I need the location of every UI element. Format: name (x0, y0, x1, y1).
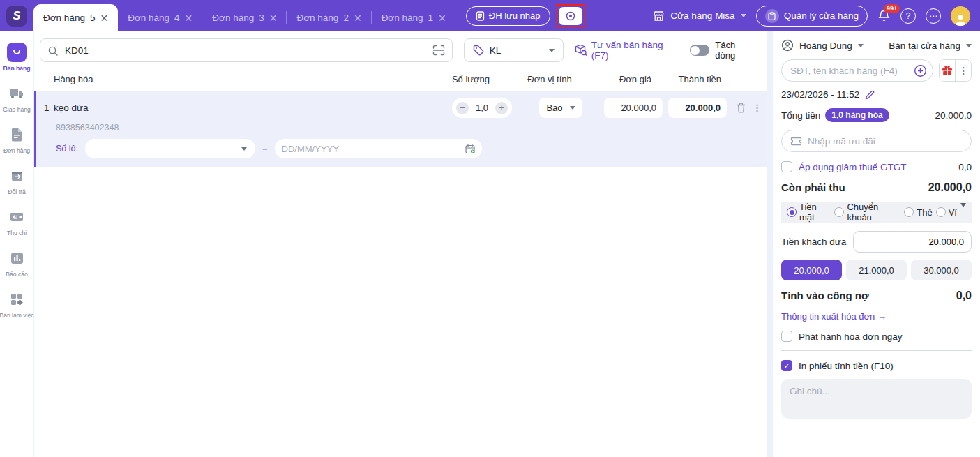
sidebar-item-thu-chi[interactable]: $ Thu chi (0, 203, 33, 241)
table-row[interactable]: 1 kẹo dừa − 1,0 + Bao 20.000,0 20.0 (34, 91, 767, 167)
close-icon[interactable]: ✕ (438, 13, 446, 24)
sidebar-item-ban-lam-viec[interactable]: Bàn làm việc (0, 285, 33, 324)
tab-don-hang-4[interactable]: Đơn hàng 4 ✕ (118, 4, 202, 31)
tab-number: 1 (428, 13, 434, 23)
employee-name: Hoàng Dung (799, 40, 852, 51)
order-tabs: Đơn hàng 5 ✕ Đơn hàng 4 ✕ Đơn hàng 3 ✕ Đ… (33, 0, 456, 31)
product-search-input[interactable] (65, 45, 427, 56)
sidebar-item-ban-hang[interactable]: Bán hàng (0, 38, 33, 77)
unit-price-field[interactable]: 20.000,0 (604, 98, 663, 118)
tab-don-hang-5[interactable]: Đơn hàng 5 ✕ (33, 4, 118, 31)
product-search-box[interactable] (40, 38, 453, 62)
sidebar-item-label: Bán hàng (3, 65, 30, 72)
calendar-icon[interactable] (465, 144, 475, 154)
sidebar-item-bao-cao[interactable]: Báo cáo (0, 244, 33, 283)
quick-amounts: 20.000,0 21.000,0 30.000,0 (781, 260, 972, 280)
radio-icon (834, 207, 844, 217)
app-logo[interactable]: S (0, 6, 33, 27)
col-don-gia: Đơn giá (587, 74, 651, 84)
tab-number: 5 (90, 13, 96, 23)
quick-amount-21000[interactable]: 21.000,0 (846, 260, 907, 280)
qty-increase-button[interactable]: + (495, 102, 508, 114)
manage-store-button[interactable]: Quản lý cửa hàng (756, 6, 868, 27)
table-header: Hàng hóa Số lượng Đơn vị tính Đơn giá Th… (34, 68, 767, 91)
voucher-input[interactable] (808, 136, 963, 147)
notifications-button[interactable]: 99+ (877, 9, 891, 23)
tab-don-hang-1[interactable]: Đơn hàng 1 ✕ (372, 4, 456, 31)
close-icon[interactable]: ✕ (100, 13, 108, 24)
clipboard-icon (765, 9, 779, 23)
manage-store-label: Quản lý cửa hàng (784, 10, 859, 21)
price-list-select[interactable]: KL (464, 38, 564, 62)
close-icon[interactable]: ✕ (354, 13, 362, 24)
order-note-textarea[interactable] (781, 379, 972, 419)
sidebar-item-label: Thu chi (7, 230, 27, 237)
items-count-badge: 1,0 hàng hóa (825, 108, 889, 122)
sidebar-item-don-hang[interactable]: Đơn hàng (0, 121, 33, 159)
payment-wallet-radio[interactable]: Ví (936, 207, 957, 218)
invoice-info-link[interactable]: Thông tin xuất hóa đơn → (781, 311, 972, 322)
employee-select[interactable]: Hoàng Dung (781, 39, 864, 52)
col-so-luong: Số lượng (430, 74, 512, 84)
edit-pencil-icon[interactable] (865, 90, 875, 100)
tab-don-hang-2[interactable]: Đơn hàng 2 ✕ (287, 4, 371, 31)
tab-number: 2 (343, 13, 349, 23)
qty-value[interactable]: 1,0 (475, 103, 489, 113)
split-line-toggle[interactable] (690, 45, 710, 56)
payment-card-radio[interactable]: Thẻ (904, 207, 932, 218)
help-button[interactable]: ? (900, 8, 916, 24)
tab-don-hang-3[interactable]: Đơn hàng 3 ✕ (202, 4, 287, 31)
sales-channel-select[interactable]: Bán tại cửa hàng (889, 40, 972, 51)
row-more-icon[interactable]: ⋮ (753, 103, 762, 113)
cash-given-input[interactable] (854, 237, 971, 247)
expiry-date-field[interactable] (275, 139, 482, 158)
issue-invoice-checkbox[interactable] (781, 331, 792, 342)
close-icon[interactable]: ✕ (269, 13, 278, 24)
add-customer-icon[interactable] (914, 64, 927, 77)
sidebar-item-giao-hang[interactable]: Giao hàng (0, 80, 33, 118)
expiry-date-input[interactable] (282, 144, 465, 154)
sidebar-item-label: Bàn làm việc (0, 312, 34, 319)
quick-amount-20000[interactable]: 20.000,0 (781, 260, 842, 280)
vat-discount-label[interactable]: Áp dụng giảm thuế GTGT (799, 162, 907, 172)
new-order-button[interactable] (559, 7, 582, 25)
tab-number: 4 (174, 13, 180, 23)
payment-cash-radio[interactable]: Tiền mặt (787, 202, 831, 223)
sales-consult-link[interactable]: Tư vấn bán hàng (F7) (575, 40, 679, 61)
product-barcode: 8938563402348 (56, 123, 762, 133)
vat-discount-checkbox[interactable] (781, 161, 792, 172)
voucher-field[interactable] (781, 130, 972, 152)
user-avatar[interactable] (951, 6, 970, 26)
payment-transfer-radio[interactable]: Chuyển khoản (834, 202, 900, 223)
more-options-button[interactable]: ⋯ (926, 8, 941, 24)
print-receipt-checkbox[interactable]: ✓ (781, 360, 792, 371)
unit-select[interactable]: Bao (539, 98, 582, 118)
chevron-down-icon (966, 44, 972, 47)
payment-label: Thẻ (917, 207, 932, 218)
line-total-field[interactable]: 20.000,0 (668, 98, 727, 118)
chevron-down-icon (241, 147, 247, 151)
customer-search-field[interactable] (781, 59, 933, 82)
qty-decrease-button[interactable]: − (456, 102, 469, 114)
workspace-grid-icon (7, 290, 27, 309)
print-receipt-label: In phiếu tính tiền (F10) (799, 361, 894, 371)
sidebar-item-label: Đơn hàng (3, 147, 30, 154)
barcode-scan-icon[interactable] (432, 45, 445, 56)
gift-button[interactable] (940, 60, 955, 81)
checkout-panel: Hoàng Dung Bán tại cửa hàng ⋮ (773, 31, 980, 457)
payment-expand-button[interactable] (960, 207, 966, 218)
quick-amount-30000[interactable]: 30.000,0 (911, 260, 972, 280)
consult-box-icon (575, 44, 587, 57)
panel-more-button[interactable]: ⋮ (955, 60, 971, 81)
trash-icon[interactable] (737, 103, 746, 113)
draft-orders-button[interactable]: ĐH lưu nháp (466, 6, 550, 26)
chevron-down-icon (960, 203, 966, 218)
main-toolbar: KL Tư vấn bán hàng (F7) Tách dòng (34, 31, 767, 68)
lot-number-select[interactable] (85, 139, 255, 158)
customer-search-input[interactable] (790, 66, 914, 76)
store-name: Cửa hàng Misa (670, 10, 734, 21)
close-icon[interactable]: ✕ (185, 13, 193, 24)
cash-given-field[interactable] (853, 231, 972, 253)
store-selector[interactable]: Cửa hàng Misa (653, 10, 746, 22)
sidebar-item-doi-tra[interactable]: Đổi trả (0, 162, 33, 200)
